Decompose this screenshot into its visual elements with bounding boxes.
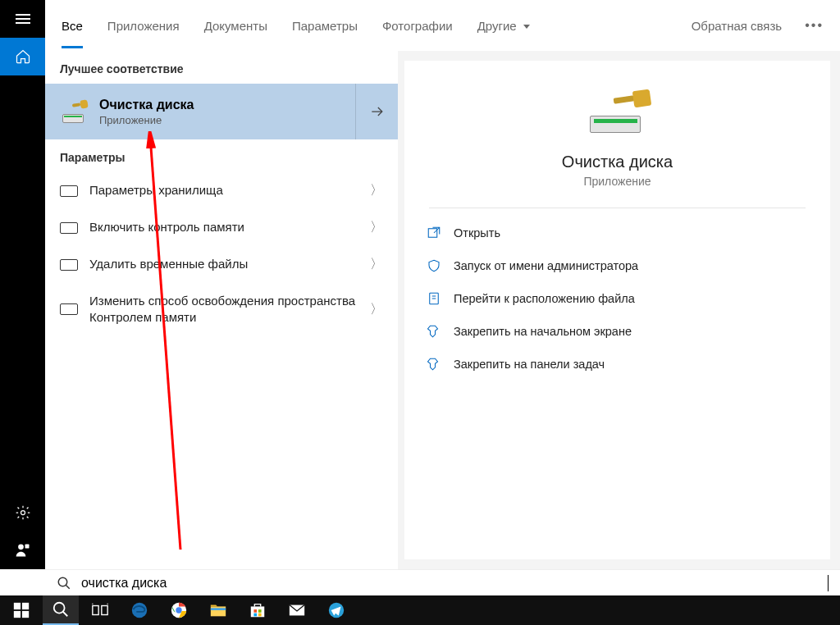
- user-icon: [15, 542, 31, 559]
- taskbar-app-store[interactable]: [240, 595, 276, 625]
- settings-tile-icon: [60, 222, 78, 234]
- tab-apps[interactable]: Приложения: [107, 19, 180, 33]
- best-match-header: Лучшее соответствие: [45, 51, 398, 84]
- action-pin-start[interactable]: Закрепить на начальном экране: [419, 315, 815, 348]
- text-caret: [828, 575, 829, 591]
- search-preview-pane: Очистка диска Приложение Открыть Запуск …: [404, 61, 830, 559]
- best-match-item[interactable]: Очистка диска Приложение: [45, 84, 398, 139]
- svg-rect-2: [25, 545, 29, 549]
- tab-settings[interactable]: Параметры: [292, 19, 358, 33]
- chevron-right-icon: 〉: [370, 182, 383, 199]
- search-box-row: [45, 569, 840, 595]
- settings-item-label: Включить контроль памяти: [89, 219, 358, 235]
- settings-item-change-freeup[interactable]: Изменить способ освобождения пространств…: [45, 283, 398, 336]
- folder-icon: [209, 601, 227, 619]
- disk-cleanup-large-icon: [585, 85, 651, 138]
- svg-rect-18: [211, 608, 226, 610]
- action-open[interactable]: Открыть: [419, 217, 815, 249]
- search-main: Лучшее соответствие Очистка диска Прилож…: [45, 51, 840, 569]
- arrow-right-icon: [369, 103, 386, 120]
- divider: [429, 208, 806, 208]
- edge-icon: [130, 601, 148, 619]
- preview-subtitle: Приложение: [583, 175, 651, 188]
- hamburger-button[interactable]: [0, 0, 45, 38]
- action-label: Закрепить на панели задач: [454, 358, 605, 371]
- home-button[interactable]: [0, 38, 45, 75]
- svg-point-11: [54, 603, 65, 614]
- settings-item-storage-sense[interactable]: Включить контроль памяти 〉: [45, 209, 398, 246]
- svg-point-6: [58, 577, 67, 586]
- action-pin-taskbar[interactable]: Закрепить на панели задач: [419, 348, 815, 381]
- tab-more[interactable]: Другие: [477, 19, 530, 33]
- hamburger-icon: [16, 11, 30, 26]
- search-input[interactable]: [81, 576, 829, 591]
- start-button[interactable]: [3, 595, 39, 625]
- action-open-location[interactable]: Перейти к расположению файла: [419, 282, 815, 315]
- tab-all[interactable]: Все: [62, 19, 83, 33]
- chrome-icon: [170, 601, 188, 619]
- action-label: Перейти к расположению файла: [454, 292, 635, 305]
- taskbar-app-chrome[interactable]: [161, 595, 197, 625]
- action-label: Открыть: [454, 226, 500, 240]
- taskbar-app-telegram[interactable]: [318, 595, 354, 625]
- taskbar: [0, 595, 840, 625]
- taskbar-app-edge[interactable]: [121, 595, 158, 625]
- settings-tile-icon: [60, 303, 78, 315]
- tab-documents[interactable]: Документы: [204, 19, 267, 33]
- svg-rect-19: [251, 606, 265, 617]
- preview-actions: Открыть Запуск от имени администратора П…: [404, 208, 830, 389]
- shield-admin-icon: [426, 258, 442, 274]
- chevron-right-icon: 〉: [370, 301, 383, 318]
- taskbar-app-mail[interactable]: [279, 595, 315, 625]
- tab-photos[interactable]: Фотографии: [382, 19, 453, 33]
- settings-button[interactable]: [0, 494, 45, 531]
- preview-title: Очистка диска: [562, 153, 673, 171]
- search-icon: [57, 576, 71, 591]
- task-view-icon: [91, 601, 109, 619]
- svg-point-0: [21, 511, 25, 515]
- action-label: Закрепить на начальном экране: [454, 325, 632, 338]
- feedback-link[interactable]: Обратная связь: [692, 19, 783, 33]
- mail-icon: [288, 601, 306, 619]
- home-icon: [15, 48, 31, 65]
- open-icon: [426, 225, 442, 241]
- settings-item-label: Изменить способ освобождения пространств…: [89, 293, 358, 326]
- pin-taskbar-icon: [426, 356, 442, 372]
- settings-tile-icon: [60, 185, 78, 197]
- action-run-as-admin[interactable]: Запуск от имени администратора: [419, 249, 815, 282]
- file-location-icon: [426, 290, 442, 307]
- telegram-icon: [327, 601, 345, 619]
- action-label: Запуск от имени администратора: [454, 259, 638, 272]
- more-options-button[interactable]: •••: [805, 18, 824, 33]
- svg-rect-22: [253, 614, 257, 617]
- start-search-rail: [0, 0, 45, 569]
- chevron-right-icon: 〉: [370, 256, 383, 273]
- taskbar-app-explorer[interactable]: [200, 595, 236, 625]
- best-match-subtitle: Приложение: [99, 114, 194, 126]
- svg-point-16: [176, 607, 181, 613]
- search-icon: [52, 600, 70, 618]
- best-match-title: Очистка диска: [99, 98, 194, 112]
- settings-tile-icon: [60, 259, 78, 271]
- svg-rect-13: [102, 606, 107, 615]
- account-button[interactable]: [0, 531, 45, 569]
- svg-rect-9: [14, 611, 21, 618]
- svg-rect-21: [258, 609, 262, 613]
- search-filter-tabs: Все Приложения Документы Параметры Фотог…: [45, 0, 840, 51]
- taskbar-search-button[interactable]: [43, 595, 79, 625]
- settings-item-storage[interactable]: Параметры хранилища 〉: [45, 172, 398, 209]
- svg-rect-3: [428, 229, 437, 238]
- settings-item-delete-temp[interactable]: Удалить временные файлы 〉: [45, 246, 398, 283]
- settings-item-label: Удалить временные файлы: [89, 256, 358, 272]
- svg-rect-10: [22, 611, 29, 618]
- chevron-right-icon: 〉: [370, 219, 383, 236]
- settings-section-header: Параметры: [45, 139, 398, 172]
- svg-rect-12: [93, 606, 98, 615]
- svg-point-1: [18, 545, 24, 550]
- best-match-expand-button[interactable]: [355, 84, 398, 139]
- svg-rect-17: [211, 606, 226, 616]
- windows-icon: [12, 601, 30, 619]
- search-results-column: Лучшее соответствие Очистка диска Прилож…: [45, 51, 398, 569]
- task-view-button[interactable]: [82, 595, 118, 625]
- pin-start-icon: [426, 323, 442, 340]
